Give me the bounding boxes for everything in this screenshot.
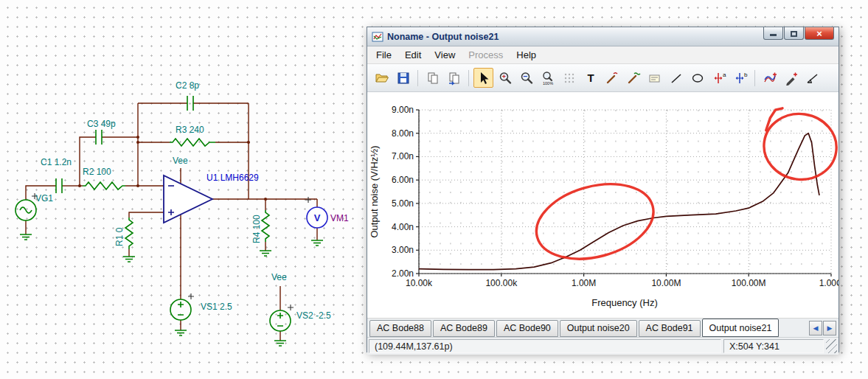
resistor-r3[interactable] [170,139,215,146]
slope-tool-icon [805,71,820,86]
x-axis-ticks: 10.00k100.00k1.00M10.00M100.00M1.00G [406,274,839,288]
svg-text:a: a [723,72,726,78]
cursor-coordinates: (109.44M,137.61p) [369,339,721,353]
zoom-out-icon: − [519,71,534,86]
label-tool-icon [647,71,662,86]
ellipse-tool-button[interactable] [687,68,707,88]
desktop: V C1 1.2n VG1 R2 100 C3 49p C2 8p R3 240… [0,0,868,379]
label-c3[interactable]: C3 49p [87,119,116,129]
resize-grip[interactable] [826,339,837,353]
capacitor-c2[interactable] [187,96,193,111]
svg-text:b: b [744,72,748,78]
label-r2[interactable]: R2 100 [83,167,111,177]
copy-special-icon [447,71,462,86]
label-vs2[interactable]: VS2 -2.5 [296,310,331,321]
y-tick-label: 7.00n [392,151,414,161]
toolbar-separator [417,70,418,86]
cursor-a-icon: a [712,71,726,86]
menu-edit[interactable]: Edit [399,48,427,62]
source-vs2[interactable] [270,310,291,331]
line-tool-icon [669,71,684,86]
menu-help[interactable]: Help [510,48,542,62]
label-u1[interactable]: U1 LMH6629 [206,173,259,183]
diagram-window: Noname - Output noise21 × File Edit View… [367,27,839,352]
tab-scroll-right-button[interactable]: ▶ [823,321,836,335]
line-tool-button[interactable] [666,68,686,88]
probe-tool-2-button[interactable] [623,68,643,88]
status-bar: (109.44M,137.61p) X:504 Y:341 [367,337,839,355]
copy-to-clipboard-button[interactable] [444,68,464,88]
noise-chart[interactable]: 9.00n8.00n7.00n6.00n5.00n4.00n3.00n2.00n… [367,92,839,315]
menu-bar: File Edit View Process Help [367,46,839,64]
probe-tool-button[interactable] [602,68,622,88]
tab-ac-bode91[interactable]: AC Bode91 [639,320,701,337]
svg-text:V: V [314,212,321,223]
tab-output-noise21[interactable]: Output noise21 [702,319,780,337]
y-axis-ticks: 9.00n8.00n7.00n6.00n5.00n4.00n3.00n2.00n [392,105,419,279]
menu-view[interactable]: View [428,48,461,62]
text-tool-button[interactable]: T [580,68,600,88]
floppy-icon [396,71,411,86]
tab-output-noise20[interactable]: Output noise20 [560,320,637,337]
voltmeter-vm1[interactable]: V [307,207,327,228]
capacitor-c3[interactable] [96,130,102,145]
resistor-r1[interactable] [125,218,133,249]
label-r3[interactable]: R3 240 [176,125,204,135]
label-c2[interactable]: C2 8p [176,80,199,91]
maximize-button[interactable] [784,27,804,40]
tab-ac-bode89[interactable]: AC Bode89 [433,320,495,337]
label-vee-top[interactable]: Vee [173,156,188,166]
cursor-b-icon: b [733,71,748,86]
copy-icon [426,71,440,86]
toolbar: + − 100% [367,64,839,92]
tab-ac-bode88[interactable]: AC Bode88 [369,320,431,337]
source-vg1[interactable] [15,200,36,220]
scroll-left-icon: ◀ [813,324,819,332]
select-cursor-button[interactable] [473,68,493,88]
tab-scroll-left-button[interactable]: ◀ [809,321,822,335]
cursor-b-button[interactable]: b [730,68,750,88]
opamp-u1[interactable] [164,175,212,223]
post-process-button[interactable] [760,68,780,88]
slope-tool-button[interactable] [802,68,822,88]
svg-text:100%: 100% [542,81,552,86]
close-icon: × [816,28,822,39]
label-vm1[interactable]: VM1 [330,213,349,223]
copy-button[interactable] [423,68,442,88]
tab-ac-bode90[interactable]: AC Bode90 [496,320,558,337]
svg-text:+: + [501,73,505,80]
label-vg1[interactable]: VG1 [35,193,53,204]
zoom-out-button[interactable]: − [516,68,536,88]
minimize-button[interactable] [763,27,783,40]
plot-dot-grid [419,110,831,274]
minimize-icon [770,34,777,36]
titlebar[interactable]: Noname - Output noise21 × [367,27,839,46]
zoom-100-button[interactable]: 100% [538,68,558,88]
source-vs1[interactable] [170,299,191,320]
annotate-pen-button[interactable] [781,68,801,88]
resistor-r2[interactable] [83,182,125,190]
tab-bar: AC Bode88 AC Bode89 AC Bode90 Output noi… [367,318,839,337]
x-tick-label: 1.00M [572,278,596,288]
x-tick-label: 10.00k [406,278,433,288]
label-tool-button[interactable] [645,68,664,88]
chart-panel: 9.00n8.00n7.00n6.00n5.00n4.00n3.00n2.00n… [367,92,839,318]
schematic-editor[interactable]: V C1 1.2n VG1 R2 100 C3 49p C2 8p R3 240… [0,0,367,379]
label-r1[interactable]: R1 0 [114,227,125,246]
save-button[interactable] [393,68,413,88]
y-tick-label: 5.00n [392,198,414,209]
label-r4[interactable]: R4 100 [251,215,262,243]
open-button[interactable] [372,68,392,88]
cursor-a-button[interactable]: a [709,68,729,88]
toolbar-separator [754,70,755,86]
capacitor-c1[interactable] [56,178,62,193]
zoom-in-button[interactable]: + [495,68,515,88]
label-vs1[interactable]: VS1 2.5 [201,302,232,312]
label-vee-bottom[interactable]: Vee [271,272,287,282]
resistor-r4[interactable] [262,210,269,242]
menu-file[interactable]: File [370,48,397,62]
maximize-icon [791,31,797,37]
y-tick-label: 6.00n [392,175,414,185]
label-c1[interactable]: C1 1.2n [41,157,72,167]
close-button[interactable]: × [805,27,834,40]
